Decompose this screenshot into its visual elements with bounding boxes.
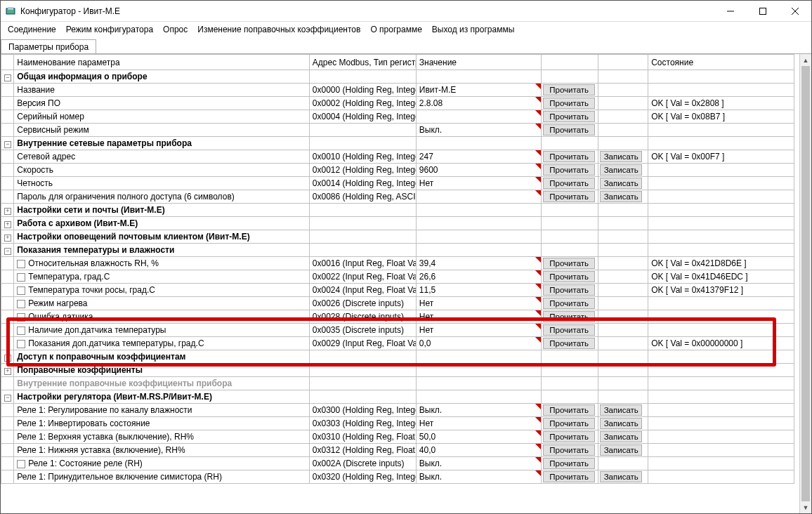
table-row[interactable]: Наличие доп.датчика температуры 0x0035 (… — [1, 324, 794, 337]
group-archive[interactable]: + Работа с архивом (Ивит-М.E) — [1, 217, 794, 230]
scroll-thumb[interactable] — [801, 66, 810, 501]
table-row[interactable]: Сервисный режим Выкл. Прочитать — [1, 124, 794, 137]
group-general[interactable]: − Общая информация о приборе — [1, 70, 794, 84]
group-regulator[interactable]: − Настройки регулятора (Ивит-М.RS.P/Ивит… — [1, 390, 794, 404]
expand-icon[interactable]: + — [4, 208, 11, 215]
write-button[interactable]: Записать — [600, 431, 642, 442]
collapse-icon[interactable]: − — [4, 248, 11, 255]
menu-poll[interactable]: Опрос — [163, 25, 188, 34]
hdr-state[interactable]: Состояние — [648, 55, 794, 70]
write-button[interactable]: Записать — [600, 471, 642, 482]
write-button[interactable]: Записать — [600, 178, 642, 189]
hdr-btn1[interactable] — [542, 55, 598, 70]
collapse-icon[interactable]: − — [4, 74, 11, 81]
table-row[interactable]: Четность 0x0014 (Holding Reg, Integer Va… — [1, 177, 794, 190]
table-row[interactable]: Показания доп.датчика температуры, град.… — [1, 337, 794, 350]
menu-about[interactable]: О программе — [370, 25, 421, 34]
expand-icon[interactable]: + — [4, 368, 11, 375]
menu-connection[interactable]: Соединение — [8, 25, 56, 34]
read-button[interactable]: Прочитать — [543, 444, 595, 456]
checkbox[interactable] — [17, 300, 25, 308]
read-button[interactable]: Прочитать — [543, 298, 595, 309]
checkbox[interactable] — [17, 313, 25, 322]
tab-device-params[interactable]: Параметры прибора — [1, 39, 96, 54]
modified-icon — [535, 124, 541, 129]
read-button[interactable]: Прочитать — [543, 111, 595, 122]
menu-config-mode[interactable]: Режим конфигуратора — [66, 25, 153, 34]
table-row[interactable]: Относительная влажность RH, % 0x0016 (In… — [1, 257, 794, 270]
checkbox[interactable] — [17, 286, 25, 295]
read-button[interactable]: Прочитать — [543, 284, 595, 296]
read-button[interactable]: Прочитать — [543, 191, 595, 202]
write-button[interactable]: Записать — [600, 418, 642, 429]
checkbox[interactable] — [17, 327, 25, 335]
read-button[interactable]: Прочитать — [543, 178, 595, 189]
checkbox[interactable] — [17, 260, 25, 268]
minimize-button[interactable] — [714, 1, 747, 22]
collapse-icon[interactable]: − — [4, 395, 11, 402]
read-button[interactable]: Прочитать — [543, 324, 595, 336]
group-mail-notify[interactable]: + Настройки оповещений почтовым клиентом… — [1, 230, 794, 244]
group-readings[interactable]: − Показания температуры и влажности — [1, 244, 794, 257]
read-button[interactable]: Прочитать — [543, 338, 595, 349]
table-row[interactable]: Реле 1: Принудительное включение симисто… — [1, 470, 794, 484]
write-button[interactable]: Записать — [600, 404, 642, 416]
read-button[interactable]: Прочитать — [543, 471, 595, 482]
write-button[interactable]: Записать — [600, 164, 642, 176]
read-button[interactable]: Прочитать — [543, 151, 595, 162]
checkbox[interactable] — [17, 340, 25, 348]
hdr-addr[interactable]: Адрес Modbus, Тип регистра — [309, 55, 416, 70]
group-network[interactable]: − Внутренние сетевые параметры прибора — [1, 137, 794, 150]
read-button[interactable]: Прочитать — [543, 271, 595, 282]
group-correction-access[interactable]: + Доступ к поправочным коэффициентам — [1, 350, 794, 364]
checkbox[interactable] — [17, 273, 25, 282]
table-row[interactable]: Реле 1: Нижняя уставка (включение), RH% … — [1, 444, 794, 457]
table-row[interactable]: Скорость 0x0012 (Holding Reg, Integer Va… — [1, 164, 794, 177]
table-row[interactable]: Реле 1: Инвертировать состояние 0x0303 (… — [1, 417, 794, 430]
table-row[interactable]: Реле 1: Регулирование по каналу влажност… — [1, 404, 794, 417]
table-row[interactable]: Ошибка датчика 0x0028 (Discrete inputs) … — [1, 310, 794, 324]
menu-exit[interactable]: Выход из программы — [432, 25, 514, 34]
hdr-val[interactable]: Значение — [416, 55, 541, 70]
hdr-name[interactable]: Наименование параметра — [14, 55, 310, 70]
table-row[interactable]: Название 0x0000 (Holding Reg, Integer Va… — [1, 84, 794, 97]
expand-icon[interactable]: + — [4, 221, 11, 228]
table-row[interactable]: Реле 1: Состояние реле (RH) 0x002A (Disc… — [1, 457, 794, 470]
read-button[interactable]: Прочитать — [543, 84, 595, 95]
write-button[interactable]: Записать — [600, 444, 642, 456]
table-row[interactable]: Пароль для ограничения полного доступа (… — [1, 190, 794, 204]
checkbox[interactable] — [17, 460, 25, 468]
window-controls — [714, 1, 811, 22]
table-row[interactable]: Режим нагрева 0x0026 (Discrete inputs) Н… — [1, 297, 794, 310]
scroll-down-icon[interactable]: ▼ — [800, 501, 811, 513]
read-button[interactable]: Прочитать — [543, 258, 595, 269]
vertical-scrollbar[interactable]: ▲ ▼ — [799, 54, 811, 513]
table-row[interactable]: Реле 1: Верхняя уставка (выключение), RH… — [1, 430, 794, 444]
collapse-icon[interactable]: − — [4, 141, 11, 148]
expand-icon[interactable]: + — [4, 235, 11, 242]
maximize-button[interactable] — [747, 1, 779, 22]
modified-icon — [535, 417, 541, 423]
write-button[interactable]: Записать — [600, 151, 642, 162]
close-button[interactable] — [779, 1, 811, 22]
table-row[interactable]: Температура, град.C 0x0022 (Input Reg, F… — [1, 270, 794, 284]
table-row[interactable]: Версия ПО 0x0002 (Holding Reg, Integer V… — [1, 97, 794, 110]
read-button[interactable]: Прочитать — [543, 124, 595, 136]
hdr-btn2[interactable] — [598, 55, 648, 70]
read-button[interactable]: Прочитать — [543, 458, 595, 469]
read-button[interactable]: Прочитать — [543, 431, 595, 442]
table-row[interactable]: Температура точки росы, град.C 0x0024 (I… — [1, 284, 794, 297]
scroll-up-icon[interactable]: ▲ — [800, 54, 811, 66]
group-correction-coef[interactable]: + Поправочные коэффициенты — [1, 364, 794, 377]
read-button[interactable]: Прочитать — [543, 164, 595, 176]
read-button[interactable]: Прочитать — [543, 98, 595, 109]
group-net-mail[interactable]: + Настройки сети и почты (Ивит-М.E) — [1, 204, 794, 217]
read-button[interactable]: Прочитать — [543, 311, 595, 322]
table-row[interactable]: Сетевой адрес 0x0010 (Holding Reg, Integ… — [1, 150, 794, 164]
read-button[interactable]: Прочитать — [543, 418, 595, 429]
read-button[interactable]: Прочитать — [543, 404, 595, 416]
write-button[interactable]: Записать — [600, 191, 642, 202]
menu-correction[interactable]: Изменение поправочных коэффициентов — [197, 25, 360, 34]
table-row[interactable]: Серийный номер 0x0004 (Holding Reg, Inte… — [1, 110, 794, 124]
expand-icon[interactable]: + — [4, 355, 11, 362]
